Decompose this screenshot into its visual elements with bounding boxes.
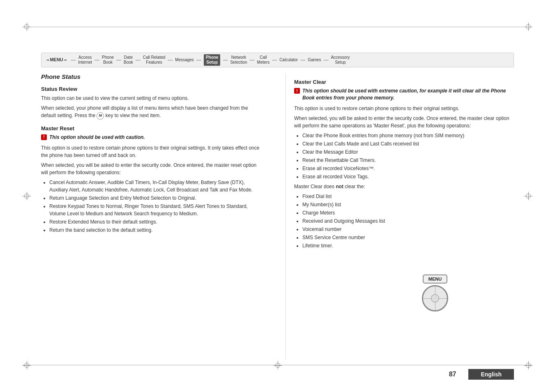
left-column: Phone Status Status Review This option c… bbox=[41, 73, 269, 359]
list-item: Clear the Message Editor bbox=[302, 148, 514, 156]
list-item: Fixed Dial list bbox=[302, 193, 514, 200]
corner-crosshair-bc bbox=[274, 361, 282, 369]
nav-item-phone-setup: Phone Setup bbox=[202, 54, 222, 66]
list-item: Clear the Last Calls Made and Last Calls… bbox=[302, 140, 514, 148]
warning-icon-clear: ! bbox=[294, 88, 300, 94]
menu-button-label: MENU bbox=[423, 274, 447, 284]
nav-arrow-2: — bbox=[116, 57, 121, 63]
status-review-para2: When selected, your phone will display a… bbox=[41, 104, 261, 120]
not-clear-intro-text: Master Clear does not clear the: bbox=[294, 183, 514, 190]
master-clear-heading: Master Clear bbox=[294, 79, 514, 85]
m-key: M bbox=[97, 112, 104, 120]
status-review-heading: Status Review bbox=[41, 86, 261, 92]
nav-item-access-internet: Access Internet bbox=[76, 55, 94, 65]
master-reset-para2: When selected, you will be asked to ente… bbox=[41, 161, 261, 176]
master-clear-warning-box: ! This option should be used with extrem… bbox=[294, 88, 514, 101]
nav-item-games: Games bbox=[306, 58, 322, 62]
nav-item-calculator: Calculator bbox=[278, 58, 299, 62]
list-item: Clear the Phone Book entries from phone … bbox=[302, 132, 514, 139]
nav-item-messages: Messages bbox=[173, 58, 196, 62]
menu-label: ▪▪ MENU ▪▪ bbox=[45, 57, 68, 62]
master-clear-para1: This option is used to restore certain p… bbox=[294, 105, 514, 112]
nav-arrow-7: — bbox=[250, 57, 255, 63]
nav-item-phone-book: Phone Book bbox=[100, 55, 115, 65]
master-reset-heading: Master Reset bbox=[41, 125, 261, 131]
nav-item-call-related: Call Related Features bbox=[141, 55, 167, 65]
list-item: Return Language Selection and Entry Meth… bbox=[49, 194, 261, 202]
nav-arrow-6: — bbox=[223, 57, 228, 63]
list-item: SMS Service Centre number bbox=[302, 234, 514, 241]
nav-item-accessory-setup: Accessory Setup bbox=[329, 55, 351, 65]
list-item: My Number(s) list bbox=[302, 201, 514, 208]
corner-crosshair-ml bbox=[23, 192, 31, 200]
navigation-bar: ▪▪ MENU ▪▪ — Access Internet — Phone Boo… bbox=[41, 53, 514, 67]
page-title: Phone Status bbox=[41, 73, 261, 80]
top-rule bbox=[23, 27, 532, 27]
list-item: Reset the Resettable Call Timers. bbox=[302, 157, 514, 164]
corner-crosshair-tr bbox=[524, 23, 532, 31]
master-reset-warning-text: This option should be used with caution. bbox=[49, 134, 145, 141]
list-item: Restore Extended Menus to their default … bbox=[49, 218, 261, 226]
master-reset-bullets: Cancel Automatic Answer, Audible Call Ti… bbox=[49, 179, 261, 234]
list-item: Received and Outgoing Messages list bbox=[302, 217, 514, 225]
menu-text: MENU bbox=[50, 57, 63, 62]
language-label: English bbox=[468, 369, 514, 380]
master-clear-warning-text: This option should be used with extreme … bbox=[302, 88, 514, 101]
page-footer: 87 English bbox=[0, 369, 555, 380]
nav-item-call-meters: Call Meters bbox=[256, 55, 272, 65]
list-item: Charge Meters bbox=[302, 209, 514, 217]
menu-button-circle bbox=[422, 285, 448, 311]
right-column: Master Clear ! This option should be use… bbox=[286, 73, 514, 359]
master-reset-warning-box: ! This option should be used with cautio… bbox=[41, 134, 261, 141]
master-clear-clears-list: Clear the Phone Book entries from phone … bbox=[302, 132, 514, 180]
list-item: Voicemail number bbox=[302, 226, 514, 233]
corner-crosshair-tl bbox=[23, 23, 31, 31]
list-item: Cancel Automatic Answer, Audible Call Ti… bbox=[49, 179, 261, 194]
master-clear-para2: When selected, you will be asked to ente… bbox=[294, 115, 514, 129]
list-item: Restore Keypad Tones to Normal, Ringer T… bbox=[49, 203, 261, 217]
list-item: Erase all recorded VoiceNotes™. bbox=[302, 165, 514, 172]
list-item: Erase all recorded Voice Tags. bbox=[302, 173, 514, 180]
corner-crosshair-mr bbox=[524, 192, 532, 200]
master-clear-not-list: Fixed Dial list My Number(s) list Charge… bbox=[302, 193, 514, 249]
warning-icon-reset: ! bbox=[41, 134, 47, 140]
nav-arrow-8: — bbox=[272, 57, 277, 63]
nav-item-network: Network Selection bbox=[228, 55, 249, 65]
nav-arrow-4: — bbox=[168, 57, 173, 63]
page-number: 87 bbox=[449, 371, 456, 378]
list-item: Return the band selection to the default… bbox=[49, 226, 261, 234]
main-content: Phone Status Status Review This option c… bbox=[41, 73, 514, 359]
menu-button-center bbox=[431, 294, 439, 302]
status-review-section: Status Review This option can be used to… bbox=[41, 86, 261, 120]
not-keyword: not bbox=[336, 184, 343, 189]
nav-arrow-10: — bbox=[323, 57, 328, 63]
status-review-para1: This option can be used to view the curr… bbox=[41, 95, 261, 102]
nav-arrow-0: — bbox=[71, 57, 76, 63]
nav-arrow-3: — bbox=[136, 57, 140, 63]
nav-arrow-9: — bbox=[300, 57, 305, 63]
nav-item-date-book: Date Book bbox=[122, 55, 135, 65]
nav-arrow-1: — bbox=[94, 57, 99, 63]
menu-button-graphic: MENU bbox=[422, 274, 448, 311]
master-clear-section: Master Clear ! This option should be use… bbox=[294, 79, 514, 249]
nav-arrow-5: — bbox=[196, 57, 201, 63]
corner-crosshair-br bbox=[524, 361, 532, 369]
corner-crosshair-bl bbox=[23, 361, 31, 369]
master-reset-para1: This option is used to restore certain p… bbox=[41, 144, 261, 159]
master-reset-section: Master Reset ! This option should be use… bbox=[41, 125, 261, 234]
list-item: Lifetime timer. bbox=[302, 242, 514, 249]
